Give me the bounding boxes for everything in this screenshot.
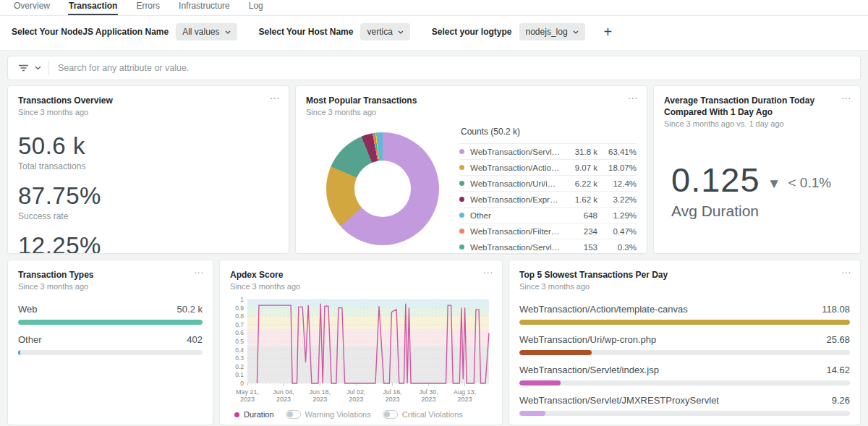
- card-subtitle: Since 3 months ago: [18, 282, 203, 291]
- bar-list: Web50.2 kOther402: [18, 304, 203, 355]
- bar-fill: [18, 320, 203, 325]
- svg-text:2023: 2023: [349, 396, 363, 403]
- svg-text:Jul 30,: Jul 30,: [419, 388, 438, 396]
- svg-text:2023: 2023: [385, 396, 399, 403]
- tab-log[interactable]: Log: [248, 0, 264, 15]
- legend-dot-icon: [459, 165, 464, 170]
- chevron-down-icon: [573, 30, 579, 34]
- bar-row: WebTransaction/Action/template-canvas118…: [519, 304, 850, 325]
- filter-groups: Select Your NodeJS Application NameAll v…: [12, 23, 585, 41]
- metrics-list: 50.6 kTotal transactions87.75%Success ra…: [18, 132, 278, 254]
- metric-value: 50.6 k: [18, 132, 278, 160]
- search-input[interactable]: [58, 63, 853, 73]
- svg-text:May 21,: May 21,: [236, 388, 259, 396]
- donut-hole: [354, 161, 411, 217]
- svg-text:Jul 16,: Jul 16,: [383, 388, 402, 396]
- bar-value: 50.2 k: [177, 304, 203, 315]
- legend-pct: 0.47%: [597, 227, 637, 236]
- legend-item-duration[interactable]: Duration: [234, 410, 274, 419]
- filter-bar: Select Your NodeJS Application NameAll v…: [0, 16, 868, 51]
- bar-track: [18, 350, 203, 355]
- legend-row[interactable]: WebTransaction/Filter/co...2340.47%: [459, 223, 637, 239]
- bar-label: WebTransaction/Uri/wp-cron.php: [519, 334, 656, 345]
- legend-item-critical-violations[interactable]: Critical Violations: [383, 410, 463, 419]
- donut-chart[interactable]: [326, 132, 439, 245]
- tab-infrastructure[interactable]: Infrastructure: [178, 0, 231, 15]
- legend-pct: 1.29%: [597, 211, 637, 220]
- card-menu-button[interactable]: ...: [483, 265, 493, 276]
- add-filter-button[interactable]: +: [604, 25, 613, 39]
- svg-text:0.3: 0.3: [235, 354, 244, 362]
- bar-value: 9.26: [832, 395, 850, 406]
- down-triangle-icon: ▼: [767, 176, 781, 192]
- donut-legend: Counts (50.2 k) WebTransaction/Servlet/J…: [459, 122, 637, 254]
- svg-text:Jul 02,: Jul 02,: [346, 388, 366, 396]
- filter-value-dropdown[interactable]: nodejs_log: [519, 23, 585, 41]
- bar-row: WebTransaction/Servlet/index.jsp14.62: [519, 365, 850, 385]
- warning-violations-toggle[interactable]: [286, 410, 301, 419]
- search-bar: [7, 56, 861, 80]
- legend-dot-icon: [459, 197, 464, 202]
- apdex-line-chart: 10.90.80.70.60.50.40.30.20.10May 21,2023…: [230, 295, 493, 405]
- card-menu-button[interactable]: ...: [194, 265, 204, 276]
- tab-transaction[interactable]: Transaction: [68, 0, 118, 15]
- legend-pct: 63.41%: [597, 148, 637, 156]
- divider: [48, 61, 49, 75]
- legend-pct: 12.4%: [597, 179, 637, 188]
- card-menu-button[interactable]: ...: [841, 265, 851, 276]
- filter-label: Select Your NodeJS Application Name: [12, 27, 169, 37]
- card-top5-slowest-transactions: Top 5 Slowest Transactions Per Day Since…: [509, 260, 861, 425]
- legend-count: 648: [563, 211, 597, 220]
- chevron-down-icon: [398, 30, 404, 34]
- delta-value: < 0.1%: [788, 175, 831, 191]
- legend-row[interactable]: WebTransaction/Servlet/...1530.3%: [459, 239, 637, 254]
- critical-violations-toggle[interactable]: [383, 410, 398, 419]
- metric: 87.75%Success rate: [18, 182, 278, 221]
- card-menu-button[interactable]: ...: [841, 90, 851, 101]
- legend-count: 153: [563, 243, 597, 252]
- legend-count: 234: [563, 227, 597, 236]
- svg-text:Jun 18,: Jun 18,: [309, 388, 331, 396]
- card-subtitle: Since 3 months ago: [519, 282, 850, 291]
- card-menu-button[interactable]: ...: [628, 90, 638, 101]
- legend-row[interactable]: Other6481.29%: [459, 207, 637, 223]
- chevron-down-icon: [35, 66, 41, 70]
- legend-row[interactable]: WebTransaction/Servlet/J...31.8 k63.41%: [459, 143, 637, 159]
- svg-text:0.1: 0.1: [235, 372, 244, 379]
- legend-row[interactable]: WebTransaction/Action/t...9.07 k18.07%: [459, 159, 637, 175]
- legend-row[interactable]: WebTransaction/Expressj...1.62 k3.22%: [459, 191, 637, 207]
- donut-chart-area: [306, 122, 459, 254]
- bar-fill: [519, 411, 545, 416]
- bar-label: WebTransaction/Servlet/index.jsp: [519, 365, 659, 375]
- filter-icon: [18, 64, 29, 72]
- bar-label: WebTransaction/Servlet/JMXRESTProxyServl…: [519, 395, 719, 406]
- legend-row[interactable]: WebTransaction/Uri/inde...6.22 k12.4%: [459, 175, 637, 191]
- legend-name: WebTransaction/Servlet/...: [470, 243, 563, 252]
- legend-count: 9.07 k: [563, 163, 597, 172]
- tab-errors[interactable]: Errors: [135, 0, 161, 15]
- legend-pct: 18.07%: [597, 163, 637, 172]
- filter-dropdown-button[interactable]: [15, 64, 48, 72]
- filter-value-dropdown[interactable]: All values: [176, 23, 237, 41]
- card-menu-button[interactable]: ...: [270, 90, 280, 101]
- bar-label: WebTransaction/Action/template-canvas: [519, 304, 688, 315]
- bar-fill: [18, 350, 20, 355]
- filter-group-2: Select your logtypenodejs_log: [432, 23, 585, 41]
- svg-text:2023: 2023: [276, 396, 291, 403]
- legend-item-warning-violations[interactable]: Warning Violations: [286, 410, 371, 419]
- metric-label: Success rate: [18, 211, 278, 221]
- card-most-popular-transactions: Most Popular Transactions Since 3 months…: [295, 85, 647, 254]
- chevron-down-icon: [225, 30, 231, 34]
- card-title: Most Popular Transactions: [306, 95, 637, 106]
- avg-duration-value: 0.125: [671, 160, 760, 200]
- legend-name: WebTransaction/Expressj...: [470, 195, 563, 204]
- card-apdex-score: Apdex Score Since 3 months ago ... 10.90…: [219, 260, 503, 425]
- card-transactions-overview: Transactions Overview Since 3 months ago…: [7, 85, 289, 254]
- card-transaction-types: Transaction Types Since 3 months ago ...…: [7, 260, 213, 425]
- tab-overview[interactable]: Overview: [13, 0, 51, 15]
- filter-group-0: Select Your NodeJS Application NameAll v…: [12, 23, 237, 41]
- bar-row: WebTransaction/Uri/wp-cron.php25.68: [519, 334, 850, 355]
- bar-value: 25.68: [826, 334, 850, 345]
- svg-text:0.4: 0.4: [235, 346, 244, 354]
- filter-value-dropdown[interactable]: vertica: [360, 23, 409, 41]
